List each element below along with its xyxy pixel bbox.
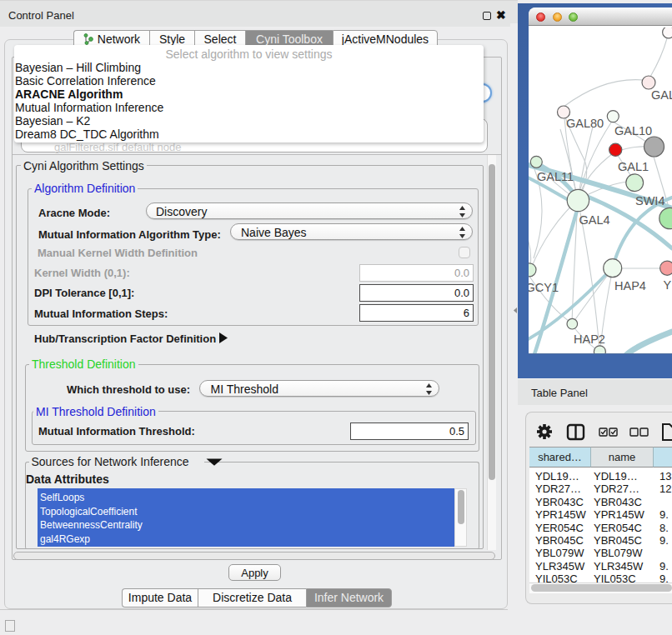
svg-text:SWI4: SWI4 xyxy=(635,194,664,208)
svg-text:GAL4: GAL4 xyxy=(579,213,610,227)
svg-text:GAL80: GAL80 xyxy=(566,117,604,130)
svg-text:GCY1: GCY1 xyxy=(529,281,559,294)
svg-text:GAL11: GAL11 xyxy=(537,170,574,183)
svg-text:GAL1: GAL1 xyxy=(618,160,649,173)
svg-text:GAL2: GAL2 xyxy=(651,88,672,102)
svg-text:Y: Y xyxy=(664,278,672,292)
svg-text:GAL10: GAL10 xyxy=(614,124,652,138)
svg-text:HAP4: HAP4 xyxy=(614,279,646,292)
svg-text:HAP2: HAP2 xyxy=(574,332,605,346)
